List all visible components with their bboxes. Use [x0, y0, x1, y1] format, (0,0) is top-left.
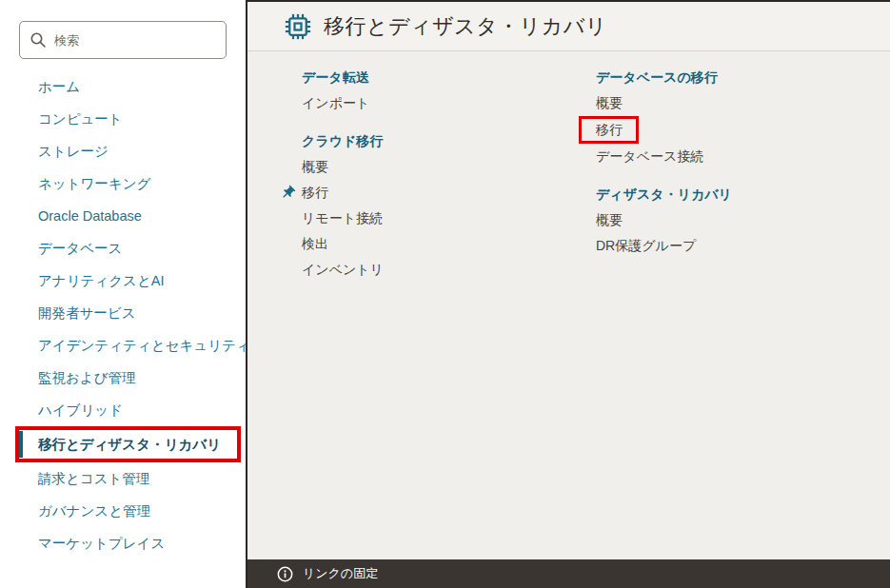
menu-link-label: インポート [302, 95, 369, 110]
sidebar-item[interactable]: 監視および管理 [0, 362, 246, 394]
info-icon [277, 566, 293, 582]
menu-section: データ転送インポート [302, 65, 596, 116]
sidebar-item-label: 請求とコスト管理 [38, 471, 149, 486]
main-header: 移行とディザスタ・リカバリ [247, 2, 890, 51]
menu-content: データ転送インポートクラウド移行概要移行リモート接続検出インベントリ データベー… [247, 51, 890, 295]
menu-link[interactable]: DR保護グループ [596, 233, 890, 259]
menu-link[interactable]: 概要 [596, 207, 890, 233]
sidebar-item-label: アナリティクスとAI [38, 273, 164, 288]
menu-link[interactable]: 移行 [596, 116, 890, 144]
sidebar-item-label: 移行とディザスタ・リカバリ [23, 431, 221, 458]
sidebar-item[interactable]: アナリティクスとAI [0, 265, 246, 297]
sidebar-item-label: ストレージ [38, 144, 109, 159]
menu-section-title: ディザスタ・リカバリ [596, 182, 890, 207]
sidebar-nav-list: ホームコンピュートストレージネットワーキングOracle Databaseデータ… [0, 70, 246, 559]
menu-link-label: インベントリ [302, 262, 384, 277]
menu-section-title: データベースの移行 [596, 65, 890, 90]
sidebar-item-label: ハイブリッド [38, 402, 123, 418]
sidebar-item-label: Oracle Database [38, 208, 142, 224]
sidebar-item[interactable]: ハイブリッド [0, 394, 246, 426]
menu-column-2: データベースの移行概要移行データベース接続ディザスタ・リカバリ概要DR保護グルー… [596, 65, 890, 295]
sidebar-item[interactable]: ストレージ [0, 135, 246, 167]
menu-link-label: リモート接続 [302, 210, 383, 225]
sidebar-item[interactable]: コンピュート [0, 103, 246, 135]
menu-section-title: データ転送 [302, 65, 596, 90]
sidebar-item[interactable]: 請求とコスト管理 [0, 462, 246, 495]
menu-link-label: 概要 [596, 95, 623, 110]
sidebar-item[interactable]: データベース [0, 232, 246, 265]
menu-section-title: クラウド移行 [302, 128, 596, 154]
annotation-box: 移行 [579, 116, 639, 144]
menu-link[interactable]: インベントリ [302, 257, 596, 283]
sidebar-item-label: データベース [38, 241, 122, 256]
sidebar-item-label: ガバナンスと管理 [38, 503, 150, 519]
search-icon [30, 31, 47, 49]
sidebar-item-label: ネットワーキング [38, 176, 150, 191]
menu-link-label: 概要 [596, 212, 623, 227]
menu-link[interactable]: インポート [302, 90, 596, 116]
menu-link[interactable]: 概要 [596, 90, 890, 116]
menu-column-1: データ転送インポートクラウド移行概要移行リモート接続検出インベントリ [302, 65, 596, 295]
sidebar-item[interactable]: Oracle Database [0, 200, 246, 232]
chip-icon [284, 12, 312, 41]
menu-link[interactable]: 検出 [302, 231, 596, 257]
menu-link[interactable]: データベース接続 [596, 144, 890, 169]
sidebar-item[interactable]: マーケットプレイス [0, 527, 246, 559]
sidebar-item-label: ホーム [38, 79, 80, 94]
page-title: 移行とディザスタ・リカバリ [324, 12, 607, 41]
search-input[interactable] [54, 33, 216, 48]
sidebar-item-label: アイデンティティとセキュリティ [38, 338, 250, 353]
pin-links-label: リンクの固定 [303, 565, 378, 582]
menu-section: ディザスタ・リカバリ概要DR保護グループ [596, 182, 890, 259]
sidebar: ホームコンピュートストレージネットワーキングOracle Databaseデータ… [0, 0, 246, 588]
search-box[interactable] [19, 21, 227, 59]
menu-link-label: 概要 [302, 159, 328, 174]
sidebar-item-label: 開発者サービス [38, 305, 136, 321]
menu-link-label: 移行 [302, 185, 328, 200]
menu-link[interactable]: 移行 [302, 180, 596, 206]
sidebar-item-selected-annotated[interactable]: 移行とディザスタ・リカバリ [15, 426, 241, 462]
sidebar-item[interactable]: 開発者サービス [0, 297, 246, 329]
menu-link-label: 検出 [302, 236, 328, 251]
menu-link[interactable]: リモート接続 [302, 206, 596, 231]
sidebar-item[interactable]: ガバナンスと管理 [0, 495, 246, 527]
menu-link-label: データベース接続 [596, 148, 703, 164]
menu-link[interactable]: 概要 [302, 154, 596, 180]
pin-links-bar[interactable]: リンクの固定 [247, 559, 890, 588]
main-panel: 移行とディザスタ・リカバリ データ転送インポートクラウド移行概要移行リモート接続… [246, 0, 890, 588]
sidebar-item-label: コンピュート [38, 111, 123, 127]
sidebar-item-label: 監視および管理 [38, 370, 136, 385]
sidebar-item[interactable]: ホーム [0, 70, 246, 103]
menu-link-label: DR保護グループ [596, 238, 696, 253]
sidebar-item[interactable]: アイデンティティとセキュリティ [0, 329, 246, 362]
menu-section: データベースの移行概要移行データベース接続 [596, 65, 890, 169]
sidebar-item[interactable]: ネットワーキング [0, 167, 246, 200]
pin-icon [280, 185, 296, 201]
sidebar-item-label: マーケットプレイス [38, 536, 165, 551]
menu-section: クラウド移行概要移行リモート接続検出インベントリ [302, 128, 596, 283]
